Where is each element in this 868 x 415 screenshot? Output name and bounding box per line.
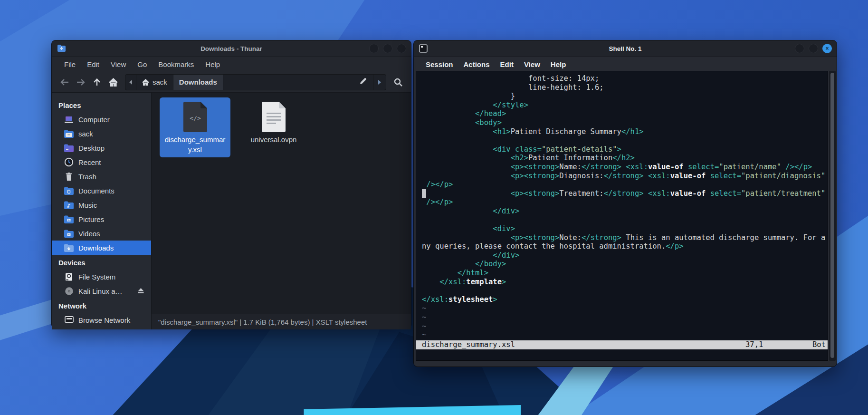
sidebar-item-documents[interactable]: Documents — [52, 183, 151, 198]
shell-minimize-button[interactable] — [795, 44, 804, 53]
terminal-line: </body> — [422, 260, 825, 269]
folder-pictures-icon — [64, 214, 74, 224]
thunar-titlebar[interactable]: Downloads - Thunar — [52, 40, 411, 57]
terminal-line: } — [422, 92, 825, 101]
folder-downloads-icon — [64, 243, 74, 252]
terminal-line: </html> — [422, 269, 825, 278]
thunar-window: Downloads - Thunar FileEditViewGoBookmar… — [51, 40, 411, 328]
sidebar-item-label: Desktop — [78, 144, 105, 152]
sidebar-item-pictures[interactable]: Pictures — [52, 212, 151, 226]
thunar-sidebar: PlacesComputersackDesktopRecentTrashDocu… — [52, 93, 152, 329]
sidebar-item-browse-network[interactable]: Browse Network — [52, 313, 151, 327]
file-universal-ovpn[interactable]: universal.ovpn — [240, 97, 307, 147]
terminal-text: font-size: 14px; line-height: 1.6; } </s… — [422, 74, 825, 339]
terminal-line: <p><strong>Note:</strong> This is an aut… — [422, 233, 825, 242]
terminal-line: <div> — [422, 224, 825, 233]
sidebar-item-label: Recent — [78, 158, 101, 166]
file-label: universal.ovpn — [251, 135, 297, 145]
thunar-menu-edit[interactable]: Edit — [82, 59, 104, 70]
terminal-line — [422, 216, 825, 225]
thunar-window-title: Downloads - Thunar — [52, 45, 411, 52]
sidebar-item-sack[interactable]: sack — [52, 126, 151, 141]
path-crumb-home[interactable]: sack — [136, 75, 173, 90]
shell-menubar: SessionActionsEditViewHelp — [414, 57, 837, 71]
terminal-line: /></p> — [422, 198, 825, 207]
shell-close-button[interactable]: × — [822, 44, 832, 53]
terminal-scrollbar[interactable] — [829, 71, 836, 361]
sidebar-item-label: Downloads — [78, 244, 114, 252]
shell-titlebar[interactable]: Shell No. 1 × — [414, 40, 837, 57]
terminal-scrollbar-thumb[interactable] — [830, 73, 834, 358]
file-list-pane[interactable]: </>discharge_summary.xsluniversal.ovpn — [152, 93, 411, 314]
thunar-maximize-button[interactable] — [383, 44, 392, 53]
trash-icon — [64, 172, 74, 181]
shell-window-title: Shell No. 1 — [414, 45, 837, 52]
sidebar-item-label: Computer — [78, 116, 110, 124]
thunar-menu-view[interactable]: View — [106, 59, 131, 70]
terminal-line: font-size: 14px; — [422, 74, 825, 83]
back-button[interactable] — [57, 75, 72, 89]
search-button[interactable] — [391, 75, 405, 89]
thunar-close-button[interactable] — [397, 44, 406, 53]
path-crumb-current[interactable]: Downloads — [173, 75, 223, 90]
terminal-viewport[interactable]: font-size: 14px; line-height: 1.6; } </s… — [416, 71, 828, 361]
forward-button[interactable] — [74, 75, 88, 89]
up-button[interactable] — [90, 75, 104, 89]
sidebar-item-computer[interactable]: Computer — [52, 112, 151, 126]
ovpn-file-icon — [261, 101, 286, 135]
terminal-line: </xsl:stylesheet> — [422, 295, 825, 304]
shell-maximize-button[interactable] — [809, 44, 818, 53]
edit-path-button[interactable] — [353, 77, 373, 87]
terminal-line: <p><strong>Name:</strong> <xsl:value-of … — [422, 163, 825, 172]
shell-menu-view[interactable]: View — [520, 59, 544, 70]
file-discharge-summary-xsl[interactable]: </>discharge_summary.xsl — [160, 97, 230, 157]
statusbar-text: "discharge_summary.xsl" | 1.7 KiB (1,764… — [158, 318, 367, 326]
sidebar-item-videos[interactable]: Videos — [52, 226, 151, 241]
up-arrow-icon — [93, 78, 101, 87]
sidebar-item-label: Trash — [78, 173, 96, 181]
forward-arrow-icon — [76, 78, 86, 86]
path-scroll-left-button[interactable] — [125, 75, 136, 90]
disc-icon — [64, 286, 74, 296]
xsl-file-icon: </> — [182, 101, 208, 135]
sidebar-item-downloads[interactable]: Downloads — [52, 241, 151, 255]
file-label: discharge_summary.xsl — [165, 135, 226, 154]
network-icon — [64, 315, 74, 325]
thunar-menu-file[interactable]: File — [59, 59, 80, 70]
computer-icon — [64, 115, 74, 124]
shell-menu-edit[interactable]: Edit — [496, 59, 518, 70]
sidebar-item-music[interactable]: Music — [52, 198, 151, 212]
terminal-line — [422, 136, 825, 145]
thunar-menu-help[interactable]: Help — [200, 59, 225, 70]
thunar-toolbar: sack Downloads — [52, 72, 411, 93]
terminal-line: <h2>Patient Information</h2> — [422, 154, 825, 163]
terminal-tilde-line: ~ — [422, 313, 825, 322]
path-current-label: Downloads — [179, 78, 217, 86]
terminal-line: </div> — [422, 207, 825, 216]
shell-menu-actions[interactable]: Actions — [459, 59, 494, 70]
thunar-menu-bookmarks[interactable]: Bookmarks — [153, 59, 199, 70]
sidebar-item-label: Music — [78, 201, 97, 209]
sidebar-item-kali-linux-a[interactable]: Kali Linux a… — [52, 284, 151, 298]
shell-window: Shell No. 1 × SessionActionsEditViewHelp… — [413, 40, 837, 367]
search-icon — [393, 77, 403, 87]
folder-desktop-icon — [64, 143, 74, 153]
home-button[interactable] — [106, 75, 120, 89]
path-scroll-right-button[interactable] — [373, 75, 386, 90]
sidebar-item-file-system[interactable]: File System — [52, 270, 151, 284]
shell-menu-help[interactable]: Help — [546, 59, 571, 70]
terminal-line: <h1>Patient Discharge Summary</h1> — [422, 127, 825, 136]
chevron-right-icon — [378, 80, 382, 85]
sidebar-item-recent[interactable]: Recent — [52, 155, 151, 169]
home-small-icon — [142, 79, 149, 86]
thunar-menu-go[interactable]: Go — [133, 59, 152, 70]
thunar-minimize-button[interactable] — [369, 44, 379, 53]
eject-icon[interactable] — [137, 287, 144, 295]
sidebar-item-label: Documents — [78, 187, 114, 195]
svg-text:</>: </> — [190, 115, 201, 122]
thunar-statusbar: "discharge_summary.xsl" | 1.7 KiB (1,764… — [152, 314, 411, 329]
shell-menu-session[interactable]: Session — [421, 59, 458, 70]
sidebar-item-desktop[interactable]: Desktop — [52, 141, 151, 155]
sidebar-item-trash[interactable]: Trash — [52, 169, 151, 183]
sidebar-item-label: Videos — [78, 230, 100, 238]
